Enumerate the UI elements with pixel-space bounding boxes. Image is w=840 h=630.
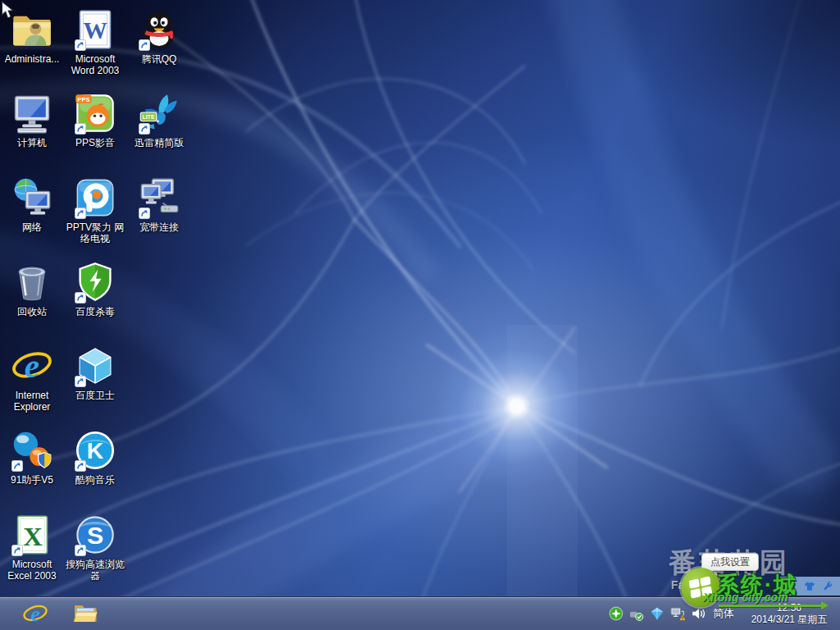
desktop-icon-label: 宽带连接 xyxy=(128,221,190,233)
network-icon xyxy=(11,176,53,219)
desktop-icon-label: 91助手V5 xyxy=(1,474,63,486)
svg-text:e: e xyxy=(25,347,39,385)
desktop-icon-grid: Administra... W Microsoft Word 2003 腾讯QQ… xyxy=(0,0,840,630)
qq-icon xyxy=(138,8,180,51)
shortcut-arrow-icon xyxy=(75,208,86,219)
shortcut-arrow-icon xyxy=(75,292,86,304)
desktop-icon-recycle-bin[interactable]: 回收站 xyxy=(0,261,64,317)
pptv-icon xyxy=(74,176,116,219)
desktop-icon-label: 百度杀毒 xyxy=(64,306,126,317)
svg-text:X: X xyxy=(23,522,43,551)
computer-icon xyxy=(11,92,53,135)
shortcut-arrow-icon xyxy=(139,208,150,219)
desktop-icon-label: 网络 xyxy=(1,221,63,233)
desktop-icon-internet-explorer[interactable]: eInternet Explorer xyxy=(0,345,64,413)
desktop-icon-baidu-antivirus[interactable]: 百度杀毒 xyxy=(63,261,127,317)
svg-text:PPS: PPS xyxy=(77,96,89,103)
shortcut-arrow-icon xyxy=(75,123,86,135)
user-folder-icon xyxy=(11,8,53,51)
desktop-icon-kugou[interactable]: K 酷狗音乐 xyxy=(63,429,127,486)
desktop-icon-91-assistant[interactable]: 91助手V5 xyxy=(0,429,64,486)
broadband-icon xyxy=(138,176,180,219)
desktop-screen: Administra... W Microsoft Word 2003 腾讯QQ… xyxy=(0,0,840,630)
shortcut-arrow-icon xyxy=(75,545,86,556)
desktop-icon-network[interactable]: 网络 xyxy=(0,176,64,233)
taskbar-explorer-button[interactable] xyxy=(66,600,105,628)
svg-text:W: W xyxy=(83,17,107,43)
desktop-icon-pps[interactable]: PPS PPS影音 xyxy=(63,92,127,148)
pps-icon: PPS xyxy=(74,92,116,135)
svg-text:e: e xyxy=(30,602,39,625)
shortcut-arrow-icon xyxy=(75,39,86,51)
recycle-bin-icon xyxy=(11,261,53,304)
xunlei-lite-icon: LITE xyxy=(138,92,180,135)
desktop-icon-label: Microsoft Word 2003 xyxy=(64,53,126,76)
tray-icon-area xyxy=(609,606,705,621)
desktop-icon-label: Administra... xyxy=(1,53,63,65)
svg-text:K: K xyxy=(87,438,104,463)
excel-2003-icon: X xyxy=(11,514,53,556)
desktop-icon-label: 酷狗音乐 xyxy=(64,474,126,486)
kugou-icon: K xyxy=(74,429,116,472)
desktop-icon-label: 计算机 xyxy=(1,137,63,148)
desktop-icon-qq[interactable]: 腾讯QQ xyxy=(127,8,191,65)
desktop-icon-excel-2003[interactable]: X Microsoft Excel 2003 xyxy=(0,514,64,582)
sogou-browser-icon: S xyxy=(74,514,116,556)
desktop-icon-label: Microsoft Excel 2003 xyxy=(1,559,63,582)
desktop-icon-label: PPS影音 xyxy=(64,137,126,148)
tray-safety-icon[interactable] xyxy=(609,606,623,621)
shortcut-arrow-icon xyxy=(75,376,86,387)
shortcut-arrow-icon xyxy=(11,545,23,556)
svg-text:S: S xyxy=(87,522,103,549)
baidu-guard-icon xyxy=(74,345,116,387)
site-domain: Xitong city.com xyxy=(703,591,788,604)
desktop-icon-label: 迅雷精简版 xyxy=(128,137,190,148)
ie-icon: e xyxy=(11,345,53,387)
baidu-antivirus-icon xyxy=(74,261,116,304)
tray-volume-icon[interactable] xyxy=(691,606,705,621)
mouse-cursor xyxy=(1,1,14,21)
desktop-icon-sogou-browser[interactable]: S 搜狗高速浏览器 xyxy=(63,514,127,582)
desktop-icon-computer[interactable]: 计算机 xyxy=(0,92,64,148)
watermark-settings-button[interactable]: 点我设置 xyxy=(701,553,759,571)
assistant91-icon xyxy=(11,429,53,472)
desktop-icon-label: PPTV聚力 网络电视 xyxy=(64,221,126,244)
desktop-icon-label: 搜狗高速浏览器 xyxy=(64,559,126,582)
desktop-icon-baidu-guard[interactable]: 百度卫士 xyxy=(63,345,127,401)
desktop-icon-pptv[interactable]: PPTV聚力 网络电视 xyxy=(63,176,127,244)
svg-text:LITE: LITE xyxy=(142,114,155,120)
tray-usb-eject-icon[interactable] xyxy=(629,606,644,621)
desktop-icon-word-2003[interactable]: W Microsoft Word 2003 xyxy=(63,8,127,76)
shortcut-arrow-icon xyxy=(139,123,150,135)
clock-date: 2014/3/21 星期五 xyxy=(742,614,837,625)
desktop-icon-label: Internet Explorer xyxy=(1,390,63,413)
desktop-icon-xunlei-lite[interactable]: LITE 迅雷精简版 xyxy=(127,92,191,148)
desktop-icon-label: 回收站 xyxy=(1,306,63,317)
tshirt-icon[interactable] xyxy=(804,581,815,592)
shortcut-arrow-icon xyxy=(75,460,86,472)
shortcut-arrow-icon xyxy=(139,39,150,51)
logo-underline xyxy=(719,605,822,607)
language-indicator[interactable]: 简体 xyxy=(711,606,736,621)
desktop-icon-label: 百度卫士 xyxy=(64,390,126,401)
desktop-icon-broadband[interactable]: 宽带连接 xyxy=(127,176,191,233)
tray-network-warning-icon[interactable] xyxy=(670,606,685,621)
taskbar-ie-button[interactable]: e xyxy=(16,600,55,628)
wrench-icon[interactable] xyxy=(822,581,833,592)
shortcut-arrow-icon xyxy=(11,460,23,472)
tray-pptv-tray-icon[interactable] xyxy=(650,606,664,621)
word-2003-icon: W xyxy=(74,8,116,51)
desktop-icon-label: 腾讯QQ xyxy=(128,53,190,65)
